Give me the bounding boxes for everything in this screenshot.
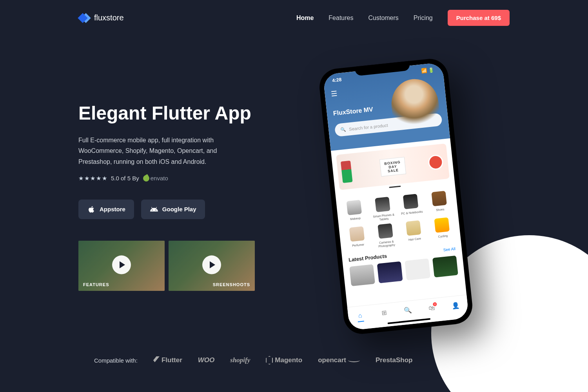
phone-mockup: 4:28 📶 🔋 ☰ FluxStore MV 🔍 Search for a p…: [318, 57, 474, 336]
category-icon: [406, 220, 421, 236]
banner-decoration: [428, 154, 444, 171]
magento-icon: [266, 356, 273, 365]
category-icon: [431, 191, 447, 207]
category-icon: [347, 200, 362, 215]
nav-grid-icon: ⊞: [380, 309, 388, 317]
banner-indicator: [389, 186, 401, 188]
magento-logo: Magento: [266, 356, 302, 365]
appstore-label: Appstore: [100, 206, 125, 212]
prestashop-logo: PrestaShop: [376, 356, 412, 364]
category-item: Cycling: [428, 217, 456, 243]
hero-section: Elegant Flutter App Full E-commerce mobi…: [0, 36, 588, 330]
category-icon: [375, 197, 390, 212]
logo-icon: [78, 12, 91, 24]
compatibility-row: Compatible with: Flutter WOO shopify Mag…: [94, 356, 412, 365]
banner-text: BOXING DAY SALE: [379, 157, 406, 176]
main-nav: Home Features Customers Pricing Purchase…: [296, 10, 510, 26]
googleplay-button[interactable]: Google Play: [141, 200, 205, 219]
nav-profile-icon: 👤: [451, 301, 460, 310]
product-item: [349, 264, 375, 286]
category-icon: [434, 217, 450, 233]
cart-badge: 2: [433, 302, 437, 306]
video-label: SREENSHOOTS: [213, 282, 250, 287]
category-item: Hair Care: [400, 220, 428, 245]
category-item: Smart Phones & Tablets: [369, 196, 397, 222]
video-features[interactable]: FEATURES: [78, 241, 165, 291]
rating-row: ★ ★ ★ ★ ★ 5.0 of 5 By envato: [78, 175, 259, 182]
hero-content: Elegant Flutter App Full E-commerce mobi…: [78, 59, 259, 330]
envato-badge: envato: [143, 175, 168, 181]
category-item: Cameras & Photography: [372, 223, 399, 249]
banner-decoration: [341, 160, 353, 183]
star-icon: ★: [96, 175, 101, 182]
rating-text: 5.0 of 5 By: [111, 175, 139, 181]
phone-bottom-nav: ⌂ ⊞ 🔍 🛍2 👤: [347, 295, 469, 331]
woo-logo: WOO: [198, 356, 215, 364]
hero-title: Elegant Flutter App: [78, 102, 259, 124]
compat-label: Compatible with:: [94, 357, 138, 364]
flutter-logo: Flutter: [153, 356, 182, 364]
star-icon: ★: [84, 175, 89, 182]
video-thumbnails: FEATURES SREENSHOOTS: [78, 241, 259, 291]
product-item: [377, 261, 403, 283]
phone-screen: 4:28 📶 🔋 ☰ FluxStore MV 🔍 Search for a p…: [323, 62, 469, 330]
envato-leaf-icon: [142, 174, 151, 183]
hero-description: Full E-commerce mobile app, full integra…: [78, 135, 251, 167]
star-icon: ★: [90, 175, 95, 182]
nav-features[interactable]: Features: [328, 15, 353, 22]
category-icon: [349, 226, 365, 242]
star-icon: ★: [102, 175, 107, 182]
category-item: Makeup: [341, 199, 368, 225]
category-icon: [377, 223, 393, 239]
video-label: FEATURES: [83, 282, 109, 287]
android-icon: [150, 205, 158, 214]
nav-home[interactable]: Home: [296, 15, 314, 22]
search-icon: 🔍: [340, 127, 346, 132]
see-all-link: See All: [443, 247, 456, 252]
opencart-logo: opencart: [318, 356, 360, 364]
play-icon: [202, 255, 221, 274]
product-item: [432, 256, 458, 278]
apple-icon: [87, 205, 96, 214]
category-icon: [403, 194, 419, 209]
phone-banner: BOXING DAY SALE: [336, 143, 450, 190]
appstore-button[interactable]: Appstore: [78, 200, 134, 219]
shopify-logo: shopify: [230, 356, 250, 364]
logo[interactable]: fluxstore: [78, 12, 124, 24]
phone-time: 4:28: [332, 77, 341, 83]
category-item: Shoes: [426, 190, 453, 216]
video-screenshots[interactable]: SREENSHOOTS: [169, 241, 255, 291]
store-buttons: Appstore Google Play: [78, 200, 259, 219]
envato-label: envato: [151, 175, 168, 181]
nav-cart-icon: 🛍2: [427, 304, 436, 312]
nav-search-icon: 🔍: [404, 306, 412, 315]
category-item: Perfumer: [344, 226, 371, 252]
phone-signal-icons: 📶 🔋: [421, 67, 435, 74]
star-rating: ★ ★ ★ ★ ★: [78, 175, 107, 182]
section-title: Latest Products: [348, 253, 387, 263]
category-item: PC & Notebooks: [397, 193, 425, 219]
phone-search-placeholder: Search for a product: [349, 123, 388, 131]
flutter-icon: [153, 356, 160, 364]
purchase-button[interactable]: Purchase at 69$: [448, 10, 510, 26]
play-icon: [112, 255, 131, 274]
nav-customers[interactable]: Customers: [368, 15, 398, 22]
nav-home-icon: ⌂: [356, 311, 365, 320]
product-item: [405, 258, 430, 280]
googleplay-label: Google Play: [162, 206, 196, 212]
nav-pricing[interactable]: Pricing: [414, 15, 433, 22]
opencart-icon: [348, 358, 360, 362]
brand-name: fluxstore: [94, 13, 124, 22]
phone-preview: 4:28 📶 🔋 ☰ FluxStore MV 🔍 Search for a p…: [282, 59, 510, 330]
header: fluxstore Home Features Customers Pricin…: [0, 0, 588, 36]
star-icon: ★: [78, 175, 83, 182]
